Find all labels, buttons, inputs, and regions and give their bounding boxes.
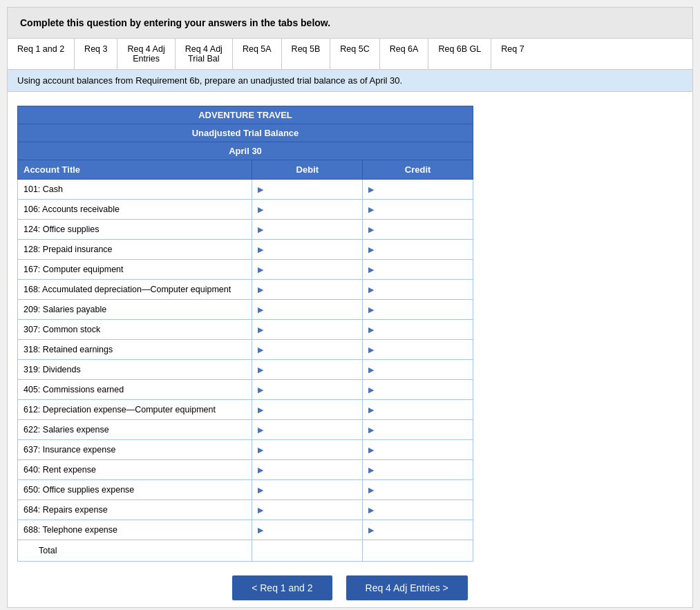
- credit-cell[interactable]: ▶: [363, 180, 473, 200]
- total-credit-cell[interactable]: [363, 540, 473, 562]
- debit-cell[interactable]: ▶: [252, 240, 363, 260]
- prev-button[interactable]: < Req 1 and 2: [232, 575, 332, 600]
- debit-input[interactable]: [266, 305, 357, 314]
- credit-input[interactable]: [377, 265, 467, 274]
- debit-input[interactable]: [266, 505, 357, 515]
- credit-cell[interactable]: ▶: [363, 400, 473, 420]
- debit-input[interactable]: [266, 345, 357, 354]
- credit-cell[interactable]: ▶: [363, 420, 473, 440]
- credit-input[interactable]: [377, 345, 467, 354]
- debit-cell[interactable]: ▶: [252, 420, 363, 440]
- tab-req-7[interactable]: Req 7: [491, 39, 533, 69]
- credit-input[interactable]: [377, 184, 467, 194]
- arrow-icon: ▶: [258, 305, 263, 314]
- credit-cell[interactable]: ▶: [363, 260, 473, 280]
- debit-input[interactable]: [266, 325, 357, 334]
- debit-input[interactable]: [266, 525, 357, 535]
- arrow-icon: ▶: [368, 305, 374, 314]
- col-account-header: Account Title: [18, 160, 252, 180]
- tab-req-1-and-2[interactable]: Req 1 and 2: [8, 39, 75, 69]
- credit-cell[interactable]: ▶: [363, 360, 473, 380]
- table-row: 319: Dividends ▶ ▶: [18, 360, 473, 380]
- credit-input[interactable]: [377, 325, 467, 334]
- credit-input[interactable]: [377, 465, 467, 475]
- debit-cell[interactable]: ▶: [252, 480, 363, 500]
- debit-cell[interactable]: ▶: [252, 300, 363, 320]
- debit-input[interactable]: [266, 285, 357, 294]
- credit-cell[interactable]: ▶: [363, 520, 473, 540]
- debit-cell[interactable]: ▶: [252, 400, 363, 420]
- tab-req-5c[interactable]: Req 5C: [330, 39, 379, 69]
- debit-input[interactable]: [266, 445, 357, 455]
- credit-cell[interactable]: ▶: [363, 280, 473, 300]
- debit-input[interactable]: [266, 385, 357, 394]
- credit-input[interactable]: [377, 365, 467, 374]
- tab-req-6a[interactable]: Req 6A: [380, 39, 429, 69]
- credit-input[interactable]: [377, 445, 467, 455]
- credit-cell[interactable]: ▶: [363, 340, 473, 360]
- credit-input[interactable]: [377, 485, 467, 495]
- arrow-icon: ▶: [368, 345, 374, 354]
- credit-input[interactable]: [377, 405, 467, 414]
- debit-cell[interactable]: ▶: [252, 380, 363, 400]
- total-debit-cell[interactable]: [252, 540, 363, 562]
- arrow-icon: ▶: [258, 526, 263, 535]
- debit-cell[interactable]: ▶: [252, 180, 363, 200]
- arrow-icon: ▶: [258, 345, 263, 354]
- credit-input[interactable]: [377, 245, 467, 254]
- debit-input[interactable]: [266, 225, 357, 234]
- debit-cell[interactable]: ▶: [252, 320, 363, 340]
- debit-input[interactable]: [266, 365, 357, 374]
- total-debit-input[interactable]: [258, 546, 357, 555]
- debit-cell[interactable]: ▶: [252, 220, 363, 240]
- debit-input[interactable]: [266, 204, 357, 214]
- debit-cell[interactable]: ▶: [252, 440, 363, 460]
- tab-req-5a[interactable]: Req 5A: [233, 39, 282, 69]
- credit-input[interactable]: [377, 305, 467, 314]
- credit-cell[interactable]: ▶: [363, 300, 473, 320]
- table-row: 405: Commissions earned ▶ ▶: [18, 380, 473, 400]
- debit-input[interactable]: [266, 465, 357, 475]
- debit-input[interactable]: [266, 425, 357, 435]
- debit-input[interactable]: [266, 405, 357, 414]
- total-credit-input[interactable]: [368, 546, 467, 555]
- credit-input[interactable]: [377, 385, 467, 394]
- tab-req-4-adj-trial-bal[interactable]: Req 4 AdjTrial Bal: [176, 39, 233, 69]
- arrow-icon: ▶: [368, 185, 374, 194]
- credit-cell[interactable]: ▶: [363, 440, 473, 460]
- debit-cell[interactable]: ▶: [252, 260, 363, 280]
- credit-cell[interactable]: ▶: [363, 240, 473, 260]
- arrow-icon: ▶: [368, 406, 374, 414]
- credit-cell[interactable]: ▶: [363, 500, 473, 520]
- tab-req-5b[interactable]: Req 5B: [282, 39, 331, 69]
- debit-cell[interactable]: ▶: [252, 360, 363, 380]
- credit-cell[interactable]: ▶: [363, 460, 473, 480]
- debit-cell[interactable]: ▶: [252, 200, 363, 220]
- debit-cell[interactable]: ▶: [252, 520, 363, 540]
- debit-input[interactable]: [266, 265, 357, 274]
- tab-req-4-adj-entries[interactable]: Req 4 AdjEntries: [117, 39, 175, 69]
- next-button[interactable]: Req 4 Adj Entries >: [346, 575, 468, 600]
- credit-input[interactable]: [377, 204, 467, 214]
- arrow-icon: ▶: [368, 385, 374, 394]
- credit-cell[interactable]: ▶: [363, 320, 473, 340]
- debit-cell[interactable]: ▶: [252, 500, 363, 520]
- debit-input[interactable]: [266, 485, 357, 495]
- credit-input[interactable]: [377, 525, 467, 535]
- credit-input[interactable]: [377, 285, 467, 294]
- debit-cell[interactable]: ▶: [252, 280, 363, 300]
- credit-cell[interactable]: ▶: [363, 380, 473, 400]
- debit-cell[interactable]: ▶: [252, 340, 363, 360]
- tab-req-6b-gl[interactable]: Req 6B GL: [428, 39, 491, 69]
- credit-input[interactable]: [377, 505, 467, 515]
- credit-cell[interactable]: ▶: [363, 220, 473, 240]
- debit-cell[interactable]: ▶: [252, 460, 363, 480]
- credit-input[interactable]: [377, 225, 467, 234]
- debit-input[interactable]: [266, 184, 357, 194]
- tab-req-3[interactable]: Req 3: [75, 39, 117, 69]
- trial-balance-table: ADVENTURE TRAVEL Unadjusted Trial Balanc…: [17, 106, 473, 562]
- credit-cell[interactable]: ▶: [363, 200, 473, 220]
- debit-input[interactable]: [266, 245, 357, 254]
- credit-input[interactable]: [377, 425, 467, 435]
- credit-cell[interactable]: ▶: [363, 480, 473, 500]
